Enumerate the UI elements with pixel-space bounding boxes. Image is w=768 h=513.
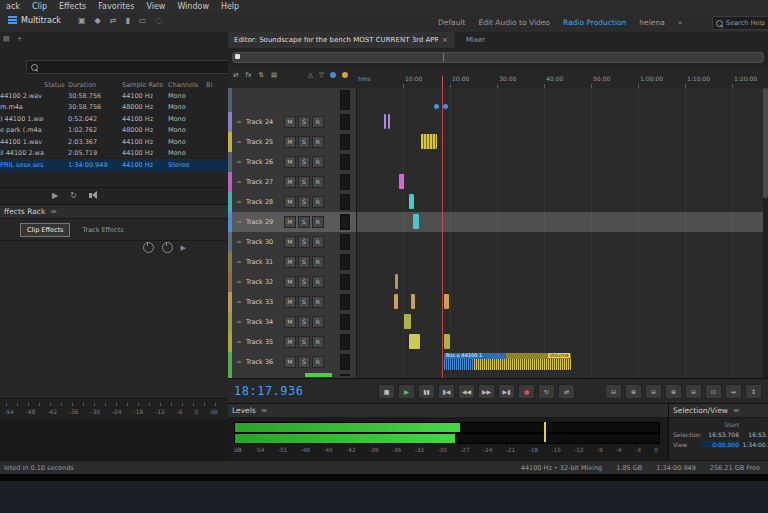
marquee-tool-icon[interactable]: ▭ bbox=[139, 16, 147, 25]
track-m-button[interactable]: M bbox=[284, 276, 296, 288]
audio-clip[interactable] bbox=[409, 334, 420, 349]
file-row[interactable]: 44100 2.wav30:58.75644100 HzMono bbox=[0, 90, 228, 102]
track-m-button[interactable]: M bbox=[284, 216, 296, 228]
track-m-button[interactable]: M bbox=[284, 316, 296, 328]
tab-clip-effects[interactable]: Clip Effects bbox=[20, 223, 70, 237]
track-r-button[interactable]: R bbox=[312, 276, 324, 288]
time-ruler[interactable]: hms 10:0020:0030:0040:0050:001:00:001:10… bbox=[356, 66, 768, 88]
crossfade-icon[interactable]: ⇅ bbox=[259, 71, 264, 79]
playhead-time-display[interactable]: 18:17.936 bbox=[234, 384, 304, 398]
play-button[interactable]: ▶ bbox=[398, 384, 415, 399]
track-r-button[interactable]: R bbox=[312, 176, 324, 188]
fast-forward-button[interactable]: ▶▶ bbox=[478, 384, 495, 399]
audio-clip[interactable] bbox=[404, 314, 411, 329]
file-row[interactable]: 44100 1.wav2:03.36744100 HzMono bbox=[0, 136, 228, 148]
level-dial-icon[interactable] bbox=[162, 242, 173, 253]
audio-clip[interactable] bbox=[421, 134, 437, 149]
tab-mixer[interactable]: Mixer bbox=[460, 32, 491, 48]
track-r-button[interactable]: R bbox=[312, 236, 324, 248]
track-m-button[interactable]: M bbox=[284, 256, 296, 268]
track-m-button[interactable]: M bbox=[284, 136, 296, 148]
zoom-height-button[interactable]: ↕ bbox=[745, 384, 762, 399]
track-m-button[interactable]: M bbox=[284, 236, 296, 248]
files-header-sample-rate[interactable]: Sample Rate bbox=[122, 81, 168, 89]
track-name[interactable]: Track 36 bbox=[246, 358, 282, 366]
close-icon[interactable]: × bbox=[442, 36, 448, 44]
track-name[interactable]: Track 25 bbox=[246, 138, 282, 146]
track-m-button[interactable]: M bbox=[284, 156, 296, 168]
track-s-button[interactable]: S bbox=[298, 156, 310, 168]
media-list-icon[interactable]: ▤ bbox=[3, 35, 10, 43]
track-m-button[interactable]: M bbox=[284, 116, 296, 128]
zoom-out-amplitude-button[interactable]: ⊖ bbox=[685, 384, 702, 399]
marker-down-icon[interactable]: ▽ bbox=[319, 71, 324, 79]
track-r-button[interactable]: R bbox=[312, 356, 324, 368]
file-row[interactable]: ) 44100 1.wav0:52.04244100 HzMono bbox=[0, 113, 228, 125]
track-m-button[interactable]: M bbox=[284, 356, 296, 368]
tracks-scrollbar-thumb[interactable] bbox=[763, 88, 768, 198]
panel-menu-icon[interactable]: ≡ bbox=[261, 406, 268, 415]
track-r-button[interactable]: R bbox=[312, 256, 324, 268]
record-button[interactable]: ● bbox=[518, 384, 535, 399]
playhead-handle-icon[interactable] bbox=[434, 104, 439, 109]
track-m-button[interactable]: M bbox=[284, 296, 296, 308]
stop-button[interactable]: ■ bbox=[378, 384, 395, 399]
menu-view[interactable]: View bbox=[140, 2, 171, 11]
panel-menu-icon[interactable]: ≡ bbox=[50, 207, 57, 216]
track-s-button[interactable]: S bbox=[298, 196, 310, 208]
value-end[interactable]: 1:34:00.949 bbox=[741, 441, 768, 448]
track-name[interactable]: Track 24 bbox=[246, 118, 282, 126]
audio-clip[interactable] bbox=[444, 294, 449, 309]
autoplay-speaker-icon[interactable] bbox=[89, 191, 97, 199]
playhead-handle-icon[interactable] bbox=[443, 104, 448, 109]
help-search-input[interactable]: Search Help bbox=[712, 16, 768, 30]
panel-menu-icon[interactable]: ≡ bbox=[733, 406, 740, 415]
workspace-overflow-icon[interactable]: » bbox=[678, 18, 683, 27]
track-name[interactable]: Track 26 bbox=[246, 158, 282, 166]
value-start[interactable]: 16:53.706 bbox=[701, 431, 741, 438]
files-header-status[interactable]: Status bbox=[44, 81, 68, 89]
loop-preview-icon[interactable]: ↻ bbox=[70, 191, 77, 200]
audio-clip[interactable] bbox=[409, 194, 414, 209]
lasso-tool-icon[interactable]: ◌ bbox=[155, 16, 162, 25]
metronome-icon[interactable]: ▤ bbox=[271, 71, 277, 79]
rewind-button[interactable]: ◀◀ bbox=[458, 384, 475, 399]
loop-playback-button[interactable]: ↻ bbox=[538, 384, 555, 399]
audio-clip[interactable] bbox=[413, 214, 419, 229]
multitrack-mode-button[interactable]: Multitrack bbox=[8, 16, 61, 25]
files-header-duration[interactable]: Duration bbox=[68, 81, 122, 89]
audio-clip[interactable] bbox=[411, 294, 415, 309]
track-r-button[interactable]: R bbox=[312, 336, 324, 348]
track-name[interactable]: Track 34 bbox=[246, 318, 282, 326]
slip-tool-icon[interactable]: ⇄ bbox=[110, 16, 117, 25]
move-tool-icon[interactable]: ▣ bbox=[78, 16, 86, 25]
file-row[interactable]: PRIL sesx.sesx1:34:00.94944100 HzStereo bbox=[0, 159, 228, 171]
track-s-button[interactable]: S bbox=[298, 356, 310, 368]
zoom-out-full-button[interactable]: ⊟ bbox=[605, 384, 622, 399]
play-preview-icon[interactable]: ▶ bbox=[52, 191, 58, 200]
move-previous-button[interactable]: ▮◀ bbox=[438, 384, 455, 399]
track-r-button[interactable]: R bbox=[312, 216, 324, 228]
audio-clip[interactable] bbox=[394, 294, 398, 309]
playhead-line[interactable] bbox=[442, 88, 443, 378]
menu-clip[interactable]: Clip bbox=[26, 2, 53, 11]
track-s-button[interactable]: S bbox=[298, 256, 310, 268]
zoom-width-button[interactable]: ↔ bbox=[725, 384, 742, 399]
audio-clip[interactable] bbox=[395, 274, 398, 289]
workspace-radio-production[interactable]: Radio Production bbox=[563, 18, 626, 27]
track-s-button[interactable]: S bbox=[298, 176, 310, 188]
tab-editor[interactable]: Editor: Soundscape for the bench MOST CU… bbox=[228, 32, 454, 48]
track-name[interactable]: Track 31 bbox=[246, 258, 282, 266]
menu-effects[interactable]: Effects bbox=[53, 2, 92, 11]
workspace-edit-audio-to-video[interactable]: Edit Audio to Video bbox=[478, 18, 550, 27]
amber-marker-icon[interactable] bbox=[342, 72, 348, 78]
audio-clip[interactable] bbox=[399, 174, 404, 189]
track-m-button[interactable]: M bbox=[284, 336, 296, 348]
files-header-channels[interactable]: Channels bbox=[168, 81, 206, 89]
track-s-button[interactable]: S bbox=[298, 216, 310, 228]
track-r-button[interactable]: R bbox=[312, 296, 324, 308]
add-file-icon[interactable]: + bbox=[17, 35, 23, 43]
mix-dial-icon[interactable] bbox=[143, 242, 154, 253]
track-name[interactable]: Track 30 bbox=[246, 238, 282, 246]
move-next-button[interactable]: ▶▮ bbox=[498, 384, 515, 399]
